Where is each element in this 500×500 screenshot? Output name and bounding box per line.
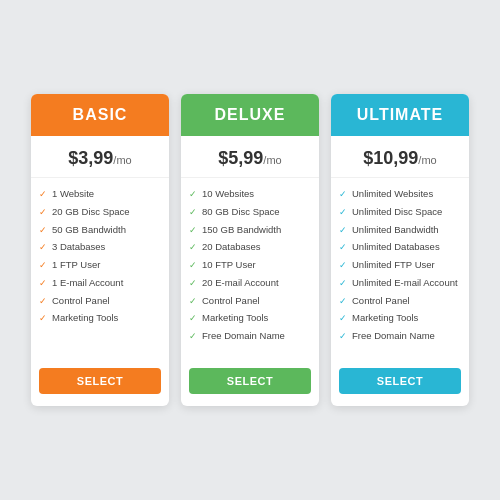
plan-header-basic: BASIC: [31, 94, 169, 136]
check-icon: ✓: [39, 242, 47, 254]
plan-features-basic: ✓1 Website✓20 GB Disc Space✓50 GB Bandwi…: [31, 178, 169, 357]
plan-header-ultimate: ULTIMATE: [331, 94, 469, 136]
feature-text: Free Domain Name: [202, 330, 285, 342]
select-button-deluxe[interactable]: SELECT: [189, 368, 311, 394]
feature-item: ✓1 FTP User: [39, 259, 161, 272]
plan-card-basic: BASIC$3,99/mo✓1 Website✓20 GB Disc Space…: [31, 94, 169, 405]
plan-footer-basic: SELECT: [31, 358, 169, 406]
check-icon: ✓: [189, 242, 197, 254]
feature-item: ✓Unlimited Disc Space: [339, 206, 461, 219]
check-icon: ✓: [339, 313, 347, 325]
select-button-ultimate[interactable]: SELECT: [339, 368, 461, 394]
feature-item: ✓Unlimited Databases: [339, 241, 461, 254]
feature-item: ✓20 E-mail Account: [189, 277, 311, 290]
feature-text: Unlimited Databases: [352, 241, 440, 253]
check-icon: ✓: [339, 278, 347, 290]
feature-item: ✓Marketing Tools: [39, 312, 161, 325]
plan-features-ultimate: ✓Unlimited Websites✓Unlimited Disc Space…: [331, 178, 469, 357]
check-icon: ✓: [39, 260, 47, 272]
check-icon: ✓: [189, 225, 197, 237]
feature-item: ✓Unlimited Bandwidth: [339, 224, 461, 237]
feature-text: 20 E-mail Account: [202, 277, 279, 289]
check-icon: ✓: [39, 189, 47, 201]
check-icon: ✓: [189, 278, 197, 290]
plan-name-basic: BASIC: [73, 106, 128, 123]
feature-item: ✓150 GB Bandwidth: [189, 224, 311, 237]
check-icon: ✓: [339, 189, 347, 201]
check-icon: ✓: [339, 207, 347, 219]
check-icon: ✓: [39, 225, 47, 237]
check-icon: ✓: [339, 225, 347, 237]
feature-item: ✓Unlimited Websites: [339, 188, 461, 201]
feature-text: Unlimited FTP User: [352, 259, 435, 271]
feature-item: ✓1 Website: [39, 188, 161, 201]
feature-text: Control Panel: [202, 295, 260, 307]
plan-footer-deluxe: SELECT: [181, 358, 319, 406]
feature-text: 1 E-mail Account: [52, 277, 123, 289]
feature-text: 20 GB Disc Space: [52, 206, 130, 218]
check-icon: ✓: [339, 331, 347, 343]
plan-price-deluxe: $5,99/mo: [181, 136, 319, 178]
plan-name-ultimate: ULTIMATE: [357, 106, 444, 123]
feature-item: ✓10 FTP User: [189, 259, 311, 272]
plan-name-deluxe: DELUXE: [215, 106, 286, 123]
feature-item: ✓80 GB Disc Space: [189, 206, 311, 219]
check-icon: ✓: [39, 207, 47, 219]
plan-card-ultimate: ULTIMATE$10,99/mo✓Unlimited Websites✓Unl…: [331, 94, 469, 405]
check-icon: ✓: [189, 313, 197, 325]
feature-text: 80 GB Disc Space: [202, 206, 280, 218]
feature-text: Control Panel: [52, 295, 110, 307]
feature-item: ✓1 E-mail Account: [39, 277, 161, 290]
feature-text: Marketing Tools: [352, 312, 418, 324]
plan-price-basic: $3,99/mo: [31, 136, 169, 178]
feature-item: ✓3 Databases: [39, 241, 161, 254]
feature-text: Marketing Tools: [52, 312, 118, 324]
check-icon: ✓: [189, 296, 197, 308]
check-icon: ✓: [189, 207, 197, 219]
plan-footer-ultimate: SELECT: [331, 358, 469, 406]
check-icon: ✓: [339, 260, 347, 272]
feature-item: ✓Control Panel: [189, 295, 311, 308]
feature-text: Unlimited Websites: [352, 188, 433, 200]
feature-text: Free Domain Name: [352, 330, 435, 342]
feature-item: ✓Unlimited FTP User: [339, 259, 461, 272]
feature-item: ✓50 GB Bandwidth: [39, 224, 161, 237]
select-button-basic[interactable]: SELECT: [39, 368, 161, 394]
plan-features-deluxe: ✓10 Websites✓80 GB Disc Space✓150 GB Ban…: [181, 178, 319, 357]
check-icon: ✓: [189, 331, 197, 343]
feature-item: ✓Control Panel: [339, 295, 461, 308]
feature-text: Unlimited E-mail Account: [352, 277, 458, 289]
feature-item: ✓20 Databases: [189, 241, 311, 254]
feature-item: ✓Free Domain Name: [189, 330, 311, 343]
check-icon: ✓: [339, 296, 347, 308]
feature-text: 150 GB Bandwidth: [202, 224, 281, 236]
feature-item: ✓Marketing Tools: [339, 312, 461, 325]
plan-card-deluxe: DELUXE$5,99/mo✓10 Websites✓80 GB Disc Sp…: [181, 94, 319, 405]
check-icon: ✓: [39, 278, 47, 290]
check-icon: ✓: [189, 189, 197, 201]
feature-item: ✓10 Websites: [189, 188, 311, 201]
feature-text: 10 Websites: [202, 188, 254, 200]
check-icon: ✓: [39, 296, 47, 308]
feature-item: ✓Free Domain Name: [339, 330, 461, 343]
feature-text: 3 Databases: [52, 241, 105, 253]
feature-item: ✓20 GB Disc Space: [39, 206, 161, 219]
feature-item: ✓Unlimited E-mail Account: [339, 277, 461, 290]
feature-text: 1 FTP User: [52, 259, 100, 271]
pricing-container: BASIC$3,99/mo✓1 Website✓20 GB Disc Space…: [11, 74, 489, 425]
feature-item: ✓Marketing Tools: [189, 312, 311, 325]
plan-price-ultimate: $10,99/mo: [331, 136, 469, 178]
check-icon: ✓: [189, 260, 197, 272]
feature-text: 1 Website: [52, 188, 94, 200]
feature-text: 10 FTP User: [202, 259, 256, 271]
feature-text: Marketing Tools: [202, 312, 268, 324]
plan-header-deluxe: DELUXE: [181, 94, 319, 136]
check-icon: ✓: [39, 313, 47, 325]
feature-text: Unlimited Bandwidth: [352, 224, 439, 236]
feature-text: 20 Databases: [202, 241, 261, 253]
feature-text: Unlimited Disc Space: [352, 206, 442, 218]
check-icon: ✓: [339, 242, 347, 254]
feature-item: ✓Control Panel: [39, 295, 161, 308]
feature-text: Control Panel: [352, 295, 410, 307]
feature-text: 50 GB Bandwidth: [52, 224, 126, 236]
